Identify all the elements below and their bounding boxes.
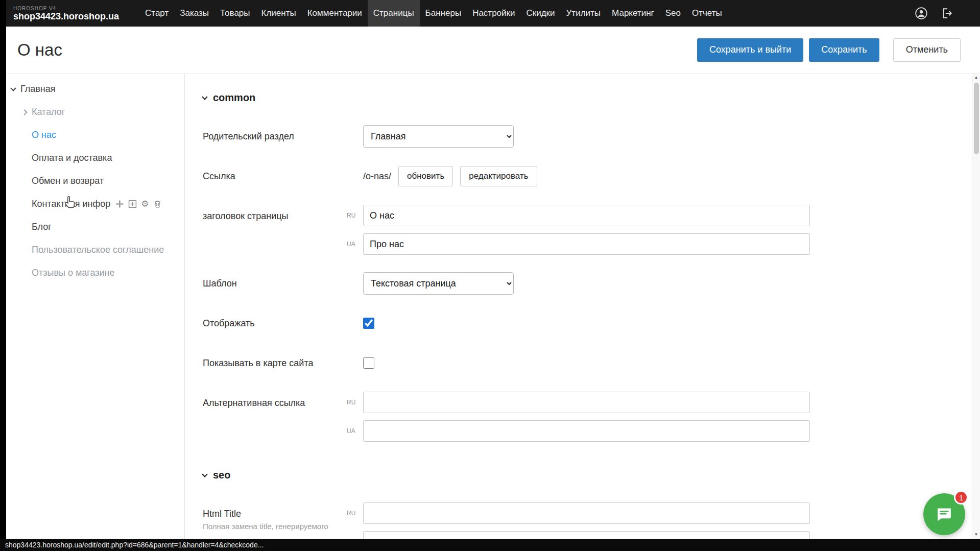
chevron-down-icon[interactable] — [10, 85, 16, 91]
sidebar-item-store-reviews[interactable]: Отзывы о магазине — [6, 261, 184, 284]
menu-orders[interactable]: Заказы — [174, 0, 214, 27]
chevron-right-icon[interactable] — [21, 109, 27, 115]
top-navbar: HOROSHOP V4 shop34423.horoshop.ua Старт … — [6, 0, 980, 27]
vertical-scrollbar[interactable]: ▲ ▼ — [972, 74, 980, 539]
sidebar-item-label: Каталог — [32, 107, 65, 117]
alt-link-ua-input[interactable] — [363, 420, 810, 442]
page-title-ru-input[interactable] — [363, 205, 810, 226]
field-label: Показывать в карте сайта — [203, 352, 363, 374]
sidebar-item-label: Пользовательское соглашение — [32, 245, 164, 255]
field-note: Полная замена title, генерируемого — [203, 522, 356, 531]
page-edit-form: common Родительский раздел Главная Ссылк… — [185, 74, 980, 539]
field-label: Отображать — [203, 312, 363, 334]
link-row: Ссылка /o-nas/ обновить редактировать — [203, 165, 980, 187]
menu-reports[interactable]: Отчеты — [686, 0, 728, 27]
save-and-exit-button[interactable]: Сохранить и выйти — [697, 38, 803, 62]
sidebar-item-exchange-return[interactable]: Обмен и возврат — [6, 170, 184, 193]
lang-tag-ua: UA — [347, 420, 355, 442]
parent-section-select[interactable]: Главная — [363, 125, 514, 148]
status-url-text: shop34423.horoshop.ua/edit/edit.php?id=6… — [5, 541, 264, 549]
field-label: Родительский раздел — [203, 125, 363, 148]
sidebar-item-user-agreement[interactable]: Пользовательское соглашение — [6, 238, 184, 261]
menu-marketing[interactable]: Маркетинг — [606, 0, 660, 27]
sidebar-item-catalog[interactable]: Каталог — [6, 101, 184, 124]
sidebar-item-contact-info[interactable]: Контактная инфор ⚙ — [6, 193, 184, 215]
sidebar-item-label: Блог — [32, 222, 52, 232]
menu-comments[interactable]: Комментарии — [302, 0, 368, 27]
lang-tag-ru: RU — [347, 502, 355, 524]
html-title-row: Html Title Полная замена title, генериру… — [203, 502, 980, 539]
content-area: Главная Каталог О нас Оплата и доставка … — [6, 74, 980, 539]
menu-products[interactable]: Товары — [214, 0, 255, 27]
sidebar-item-label: Оплата и доставка — [32, 153, 112, 163]
menu-seo[interactable]: Seo — [660, 0, 686, 27]
parent-section-row: Родительский раздел Главная — [203, 125, 980, 148]
field-label: Шаблон — [203, 272, 363, 295]
sitemap-row: Показывать в карте сайта — [203, 352, 980, 374]
page-title-ua-input[interactable] — [363, 233, 810, 255]
field-label: Альтернативная ссылка — [203, 392, 363, 414]
sidebar-item-about[interactable]: О нас — [6, 124, 184, 147]
field-label: Html Title Полная замена title, генериру… — [203, 502, 363, 531]
alt-link-row: Альтернативная ссылка RU UA — [203, 392, 980, 442]
top-menu: Старт Заказы Товары Клиенты Комментарии … — [139, 0, 915, 27]
link-path: /o-nas/ — [363, 171, 391, 182]
sidebar-item-label: Главная — [20, 84, 56, 94]
lang-tag-ru: RU — [347, 392, 355, 413]
brand-domain-label: shop34423.horoshop.ua — [13, 11, 119, 21]
sidebar-item-home[interactable]: Главная — [6, 78, 184, 101]
lang-tag-ru: RU — [347, 205, 355, 226]
sitemap-checkbox[interactable] — [363, 357, 374, 369]
page-title: О нас — [17, 40, 62, 60]
sidebar-item-blog[interactable]: Блог — [6, 215, 184, 238]
section-title: common — [213, 92, 255, 104]
header-actions: Сохранить и выйти Сохранить Отменить — [697, 38, 961, 62]
account-icon[interactable] — [915, 7, 928, 20]
menu-clients[interactable]: Клиенты — [256, 0, 302, 27]
chat-unread-badge: 1 — [954, 490, 968, 505]
sidebar-item-payment-delivery[interactable]: Оплата и доставка — [6, 147, 184, 170]
app-window: HOROSHOP V4 shop34423.horoshop.ua Старт … — [6, 0, 980, 539]
scroll-up-icon[interactable]: ▲ — [974, 74, 978, 82]
display-row: Отображать — [203, 312, 980, 334]
sidebar-item-label: Обмен и возврат — [32, 176, 104, 186]
sidebar-item-label: Отзывы о магазине — [32, 268, 115, 278]
menu-banners[interactable]: Баннеры — [420, 0, 467, 27]
refresh-link-button[interactable]: обновить — [398, 166, 453, 186]
html-title-ua-input[interactable] — [363, 531, 810, 539]
alt-link-ru-input[interactable] — [363, 392, 810, 413]
section-common-header[interactable]: common — [203, 92, 980, 104]
menu-utilities[interactable]: Утилиты — [561, 0, 607, 27]
lang-tag-ua: UA — [347, 233, 355, 255]
display-checkbox[interactable] — [363, 318, 374, 329]
html-title-ru-input[interactable] — [363, 502, 810, 524]
cancel-button[interactable]: Отменить — [893, 38, 961, 62]
brand-version-label: HOROSHOP V4 — [13, 6, 119, 11]
scroll-down-icon[interactable]: ▼ — [974, 531, 978, 539]
edit-link-button[interactable]: редактировать — [460, 166, 537, 186]
template-row: Шаблон Текстовая страница — [203, 272, 980, 295]
chat-bubble-icon — [935, 505, 954, 524]
move-icon[interactable] — [115, 200, 124, 208]
page-header: О нас Сохранить и выйти Сохранить Отмени… — [6, 27, 980, 74]
save-button[interactable]: Сохранить — [809, 38, 879, 62]
gear-icon[interactable]: ⚙ — [141, 200, 149, 208]
logout-icon[interactable] — [940, 7, 953, 20]
brand-logo[interactable]: HOROSHOP V4 shop34423.horoshop.ua — [6, 0, 126, 27]
template-select[interactable]: Текстовая страница — [363, 272, 514, 295]
status-url-bar: shop34423.horoshop.ua/edit/edit.php?id=6… — [0, 539, 980, 551]
trash-icon[interactable] — [153, 200, 162, 208]
sidebar-item-label: О нас — [32, 130, 56, 140]
add-page-icon[interactable] — [128, 200, 137, 208]
sidebar-item-label: Контактная инфор — [32, 199, 110, 209]
section-seo-header[interactable]: seo — [203, 469, 980, 481]
scrollbar-thumb[interactable] — [974, 83, 979, 154]
menu-pages[interactable]: Страницы — [368, 0, 420, 27]
topbar-icons — [915, 0, 980, 27]
menu-discounts[interactable]: Скидки — [520, 0, 560, 27]
menu-start[interactable]: Старт — [139, 0, 174, 27]
page-title-row: заголовок страницы RU UA — [203, 205, 980, 255]
menu-settings[interactable]: Настройки — [467, 0, 520, 27]
pages-tree-sidebar: Главная Каталог О нас Оплата и доставка … — [6, 74, 185, 539]
tree-row-actions: ⚙ — [115, 200, 161, 208]
